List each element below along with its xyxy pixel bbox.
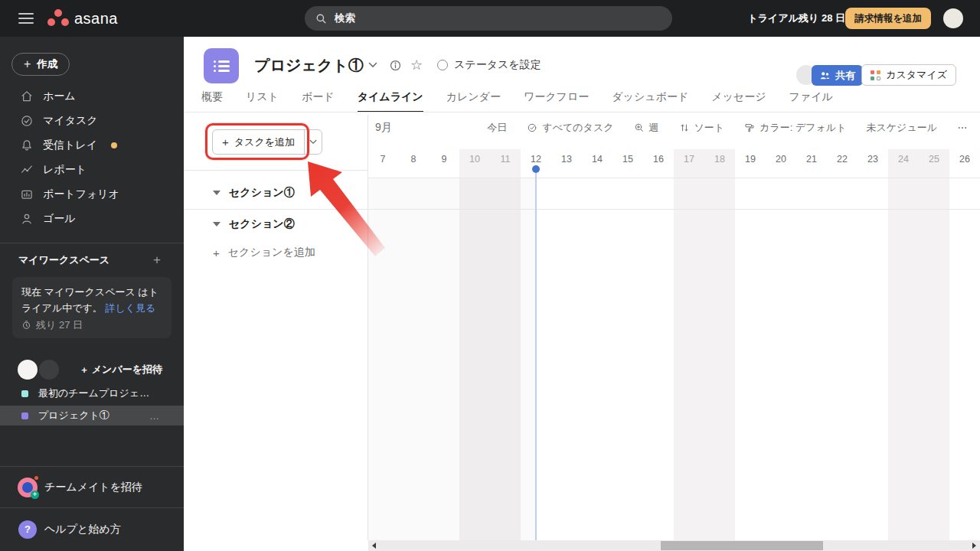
- tab-list[interactable]: リスト: [246, 90, 279, 112]
- date-label: 25: [919, 154, 949, 165]
- section-name: セクション①: [229, 186, 295, 200]
- asana-app-window: asana 検索 トライアル残り 28 日 請求情報を追加 + 作成 ホーム マ…: [0, 0, 980, 551]
- toolbar-unscheduled[interactable]: 未スケジュール: [866, 121, 937, 135]
- favorite-star-icon[interactable]: ☆: [410, 57, 423, 73]
- chevron-down-icon: [309, 139, 317, 145]
- invite-teammates-icon: +: [18, 478, 38, 497]
- date-label: 22: [827, 154, 858, 165]
- member-avatar[interactable]: [18, 360, 38, 380]
- sidebar-project-1[interactable]: 最初のチームプロジェ…: [0, 383, 184, 403]
- scroll-right-arrow-icon[interactable]: [972, 543, 976, 549]
- today-marker-dot: [532, 165, 540, 173]
- sidebar-divider: [0, 466, 184, 467]
- date-label: 17: [674, 154, 704, 165]
- collapse-caret-icon[interactable]: [213, 222, 220, 227]
- toolbar-sort[interactable]: ソート: [679, 121, 725, 135]
- add-billing-info-button[interactable]: 請求情報を追加: [845, 8, 931, 29]
- sort-icon: [679, 122, 690, 133]
- past-dates-shade: [368, 178, 536, 540]
- toolbar-more[interactable]: [957, 122, 968, 133]
- tab-dashboard[interactable]: ダッシュボード: [612, 90, 688, 112]
- trial-days-remaining: 残り 27 日: [36, 317, 83, 333]
- customize-button[interactable]: カスタマイズ: [861, 64, 956, 86]
- search-input[interactable]: 検索: [305, 6, 672, 31]
- date-label: 21: [796, 154, 827, 165]
- page-title: プロジェクト①: [254, 55, 364, 76]
- invite-teammates-button[interactable]: + チームメイトを招待: [0, 471, 184, 504]
- check-circle-icon: [527, 122, 537, 133]
- horizontal-scrollbar[interactable]: [368, 540, 980, 551]
- plus-icon: +: [222, 135, 229, 148]
- toolbar-color[interactable]: カラー: デフォルト: [744, 121, 846, 135]
- goals-icon: [20, 212, 34, 226]
- scroll-left-arrow-icon[interactable]: [372, 543, 376, 549]
- sidebar-item-my-tasks[interactable]: マイタスク: [0, 109, 184, 133]
- add-task-button[interactable]: + タスクを追加: [212, 129, 322, 155]
- date-label: 15: [612, 154, 643, 165]
- learn-more-link[interactable]: 詳しく見る: [105, 302, 155, 314]
- add-task-main[interactable]: + タスクを追加: [213, 130, 305, 154]
- date-row-border: [368, 178, 980, 178]
- date-label: 10: [459, 154, 490, 165]
- sidebar-item-goals[interactable]: ゴール: [0, 207, 184, 231]
- share-button[interactable]: 共有: [812, 65, 863, 86]
- add-section-button[interactable]: + セクションを追加: [184, 243, 368, 262]
- hamburger-menu-icon[interactable]: [18, 13, 34, 24]
- portfolio-icon: [20, 187, 34, 201]
- tab-board[interactable]: ボード: [302, 90, 335, 112]
- customize-grid-icon: [871, 70, 880, 80]
- timeline-toolbar: 今日すべてのタスク週ソートカラー: デフォルト未スケジュール: [487, 121, 968, 135]
- toolbar-today[interactable]: 今日: [487, 121, 507, 135]
- member-avatar[interactable]: [39, 360, 59, 380]
- help-button[interactable]: ? ヘルプと始め方: [0, 512, 184, 547]
- tab-files[interactable]: ファイル: [789, 90, 833, 112]
- sidebar-project-2[interactable]: プロジェクト①…: [0, 406, 184, 425]
- sidebar-item-label: マイタスク: [43, 114, 98, 128]
- date-label: 26: [949, 154, 980, 165]
- info-icon[interactable]: [389, 59, 402, 72]
- tab-overview[interactable]: 概要: [201, 90, 223, 112]
- section-row-2[interactable]: セクション②: [184, 215, 368, 233]
- set-status-button[interactable]: ステータスを設定: [437, 58, 541, 72]
- scrollbar-thumb[interactable]: [661, 541, 823, 550]
- tab-timeline[interactable]: タイムライン: [358, 90, 423, 112]
- sidebar-item-reporting[interactable]: レポート: [0, 158, 184, 182]
- sidebar-item-portfolio[interactable]: ポートフォリオ: [0, 182, 184, 207]
- date-label: 16: [643, 154, 674, 165]
- plus-icon: +: [81, 364, 87, 376]
- plus-icon: +: [24, 57, 31, 71]
- sidebar-nav: ホーム マイタスク 受信トレイ レポート ポートフォリオ ゴール: [0, 84, 184, 231]
- chevron-down-icon[interactable]: [368, 62, 377, 68]
- sidebar-item-label: レポート: [43, 163, 87, 177]
- asana-logo-dots-icon: [47, 9, 69, 28]
- workspace-header[interactable]: マイワークスペース +: [0, 251, 184, 269]
- create-button[interactable]: + 作成: [11, 53, 70, 76]
- section-row-1[interactable]: セクション①: [184, 184, 368, 202]
- tab-calendar[interactable]: カレンダー: [446, 90, 501, 112]
- sidebar-item-label: ポートフォリオ: [43, 187, 119, 201]
- sidebar-item-inbox[interactable]: 受信トレイ: [0, 133, 184, 158]
- tab-workflow[interactable]: ワークフロー: [524, 90, 589, 112]
- search-placeholder: 検索: [335, 11, 355, 25]
- date-label: 19: [735, 154, 766, 165]
- asana-logo[interactable]: asana: [47, 8, 118, 29]
- add-task-dropdown[interactable]: [305, 130, 322, 154]
- people-icon: [819, 70, 831, 81]
- date-label: 8: [398, 154, 429, 165]
- section-row-divider: [184, 209, 980, 210]
- more-options-icon[interactable]: …: [149, 410, 161, 422]
- search-icon: [315, 13, 327, 24]
- toolbar-zoom-week[interactable]: 週: [634, 121, 659, 135]
- tab-messages[interactable]: メッセージ: [711, 90, 766, 112]
- sidebar-divider: [0, 243, 184, 243]
- project-color-icon[interactable]: [204, 48, 239, 83]
- invite-members-button[interactable]: + メンバーを招待: [81, 358, 162, 381]
- toolbar-all-tasks[interactable]: すべてのタスク: [527, 121, 613, 135]
- add-project-icon[interactable]: +: [153, 251, 161, 269]
- collapse-caret-icon[interactable]: [213, 191, 220, 195]
- weekend-band: [704, 149, 735, 540]
- dots-icon: [957, 122, 968, 133]
- user-avatar[interactable]: [943, 8, 963, 28]
- sidebar-item-home[interactable]: ホーム: [0, 84, 184, 109]
- date-label: 23: [858, 154, 888, 165]
